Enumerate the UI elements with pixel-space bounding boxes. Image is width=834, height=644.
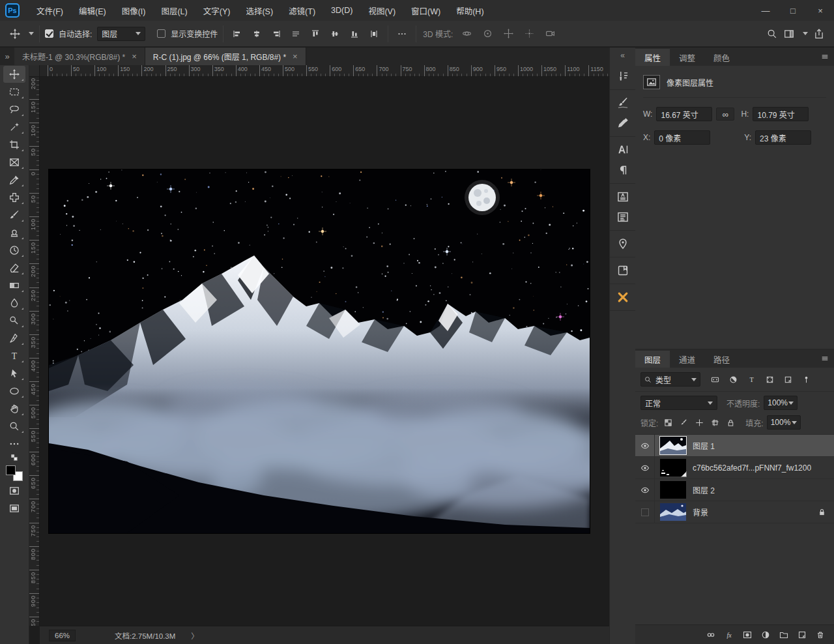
search-button[interactable] bbox=[764, 25, 781, 42]
clone-stamp-tool[interactable] bbox=[3, 224, 25, 241]
document-tab-0[interactable]: 未标题-1 @ 30.3%(RGB/8#) * × bbox=[14, 48, 145, 65]
panel-button-pin[interactable] bbox=[612, 234, 633, 254]
width-field[interactable]: 16.67 英寸 bbox=[656, 107, 712, 121]
workspace-caret-icon[interactable] bbox=[803, 32, 808, 35]
show-transform-checkbox[interactable] bbox=[157, 29, 165, 38]
panel-button-tool-presets[interactable] bbox=[612, 113, 633, 133]
height-field[interactable]: 10.79 英寸 bbox=[753, 107, 809, 121]
align-left-button[interactable] bbox=[229, 25, 246, 42]
menu-item-1[interactable]: 编辑(E) bbox=[71, 0, 114, 21]
panel-tab-1[interactable]: 通道 bbox=[670, 351, 704, 368]
adjustment-filter-button[interactable] bbox=[725, 372, 741, 387]
screen-mode-button[interactable] bbox=[3, 500, 25, 517]
close-button[interactable]: × bbox=[807, 0, 834, 21]
opacity-field[interactable]: 100% bbox=[764, 396, 798, 410]
zoom-tool-tool[interactable] bbox=[3, 418, 25, 435]
blur-tool[interactable] bbox=[3, 295, 25, 312]
pixel-filter-button[interactable] bbox=[707, 372, 723, 387]
hand-tool[interactable] bbox=[3, 400, 25, 417]
type-tool[interactable]: T bbox=[3, 347, 25, 364]
tool-preset-caret-icon[interactable] bbox=[29, 32, 34, 35]
maximize-button[interactable]: □ bbox=[779, 0, 807, 21]
eraser-tool[interactable] bbox=[3, 259, 25, 276]
align-middle-vertical-button[interactable] bbox=[326, 25, 343, 42]
fill-field[interactable]: 100% bbox=[767, 415, 801, 430]
panel-button-character[interactable] bbox=[612, 140, 633, 160]
roll-3d-button[interactable] bbox=[479, 25, 496, 42]
panel-button-learn[interactable] bbox=[612, 287, 633, 307]
layer-name[interactable]: c76bc562afed7f...pFNNf7_fw1200 bbox=[693, 463, 811, 473]
layer-visibility-toggle[interactable] bbox=[635, 479, 655, 501]
distribute-horizontal-button[interactable] bbox=[287, 25, 304, 42]
layer-thumbnail[interactable] bbox=[660, 459, 686, 476]
link-layers-button[interactable] bbox=[706, 630, 715, 639]
panel-tab-2[interactable]: 路径 bbox=[704, 351, 739, 368]
layer-name[interactable]: 图层 2 bbox=[693, 484, 715, 495]
menu-item-0[interactable]: 文件(F) bbox=[29, 0, 71, 21]
panel-button-paragraph-styles[interactable] bbox=[612, 207, 633, 227]
collapse-toolbar-chevrons[interactable]: » bbox=[0, 48, 14, 65]
lock-transparency-button[interactable] bbox=[661, 416, 674, 429]
align-bottom-button[interactable] bbox=[346, 25, 363, 42]
panel-tab-0[interactable]: 属性 bbox=[635, 49, 670, 66]
dodge-tool[interactable] bbox=[3, 312, 25, 329]
frame-tool[interactable] bbox=[3, 154, 25, 171]
gradient-tool[interactable] bbox=[3, 277, 25, 294]
align-top-button[interactable] bbox=[307, 25, 324, 42]
properties-panel-menu-icon[interactable] bbox=[821, 53, 829, 61]
align-right-button[interactable] bbox=[268, 25, 285, 42]
orbit-3d-button[interactable] bbox=[458, 25, 475, 42]
new-group-button[interactable] bbox=[779, 630, 788, 639]
y-field[interactable]: 23 像素 bbox=[755, 130, 811, 145]
panel-tab-0[interactable]: 图层 bbox=[635, 351, 670, 368]
tab-close-icon[interactable]: × bbox=[132, 51, 137, 61]
layer-row-1[interactable]: c76bc562afed7f...pFNNf7_fw1200 bbox=[635, 457, 834, 479]
zoom-level-field[interactable]: 66% bbox=[49, 630, 76, 641]
swap-colors-mini-icon[interactable] bbox=[0, 454, 29, 461]
panel-button-brush-settings[interactable] bbox=[612, 66, 633, 86]
eyedropper-tool[interactable] bbox=[3, 171, 25, 188]
lasso-tool[interactable] bbox=[3, 101, 25, 118]
layer-row-0[interactable]: 图层 1 bbox=[635, 435, 834, 457]
add-adjustment-button[interactable] bbox=[761, 630, 770, 639]
layers-panel-menu-icon[interactable] bbox=[821, 355, 829, 362]
horizontal-ruler[interactable]: 0501001502002503003504004505005506006507… bbox=[40, 65, 609, 77]
crop-tool[interactable] bbox=[3, 136, 25, 153]
menu-item-8[interactable]: 视图(V) bbox=[360, 0, 403, 21]
link-dimensions-icon[interactable]: ∞ bbox=[716, 108, 734, 121]
document-tab-1[interactable]: R-C (1).jpg @ 66% (图层 1, RGB/8#) * × bbox=[145, 48, 306, 65]
lock-position-button[interactable] bbox=[693, 416, 706, 429]
minimize-button[interactable]: — bbox=[752, 0, 779, 21]
menu-item-3[interactable]: 图层(L) bbox=[153, 0, 195, 21]
align-center-horizontal-button[interactable] bbox=[248, 25, 265, 42]
path-selection-tool[interactable] bbox=[3, 365, 25, 382]
canvas-image[interactable] bbox=[49, 169, 590, 533]
smart-object-filter-button[interactable] bbox=[780, 372, 796, 387]
expand-panels-chevrons[interactable]: « bbox=[610, 48, 635, 63]
delete-layer-button[interactable] bbox=[816, 630, 825, 639]
layer-row-3[interactable]: 背景 bbox=[635, 501, 834, 523]
history-brush-tool[interactable] bbox=[3, 242, 25, 259]
layer-visibility-toggle[interactable] bbox=[635, 435, 655, 457]
share-button[interactable] bbox=[811, 25, 827, 42]
panel-button-libraries[interactable] bbox=[612, 261, 633, 280]
foreground-background-swatches[interactable] bbox=[6, 465, 23, 481]
spot-healing-tool[interactable] bbox=[3, 189, 25, 206]
shape-filter-button[interactable] bbox=[762, 372, 777, 387]
pan-3d-button[interactable] bbox=[500, 25, 517, 42]
panel-tab-2[interactable]: 颜色 bbox=[704, 49, 739, 66]
foreground-color-swatch[interactable] bbox=[6, 465, 16, 475]
quick-selection-tool[interactable] bbox=[3, 119, 25, 136]
document-size-info[interactable]: 文档:2.75M/10.3M bbox=[115, 630, 175, 641]
current-tool-move-icon[interactable] bbox=[7, 25, 23, 42]
lock-all-button[interactable] bbox=[724, 416, 737, 429]
layer-thumbnail[interactable] bbox=[660, 437, 686, 454]
vertical-ruler[interactable]: 2001501005005010015020025030035040045050… bbox=[29, 77, 40, 626]
ellipse-shape-tool[interactable] bbox=[3, 383, 25, 400]
layer-thumbnail[interactable] bbox=[660, 503, 686, 521]
panel-button-brushes[interactable] bbox=[612, 93, 633, 113]
x-field[interactable]: 0 像素 bbox=[654, 130, 710, 145]
panel-button-paragraph[interactable] bbox=[612, 160, 633, 180]
auto-select-checkbox[interactable] bbox=[45, 29, 53, 38]
menu-item-10[interactable]: 帮助(H) bbox=[448, 0, 491, 21]
